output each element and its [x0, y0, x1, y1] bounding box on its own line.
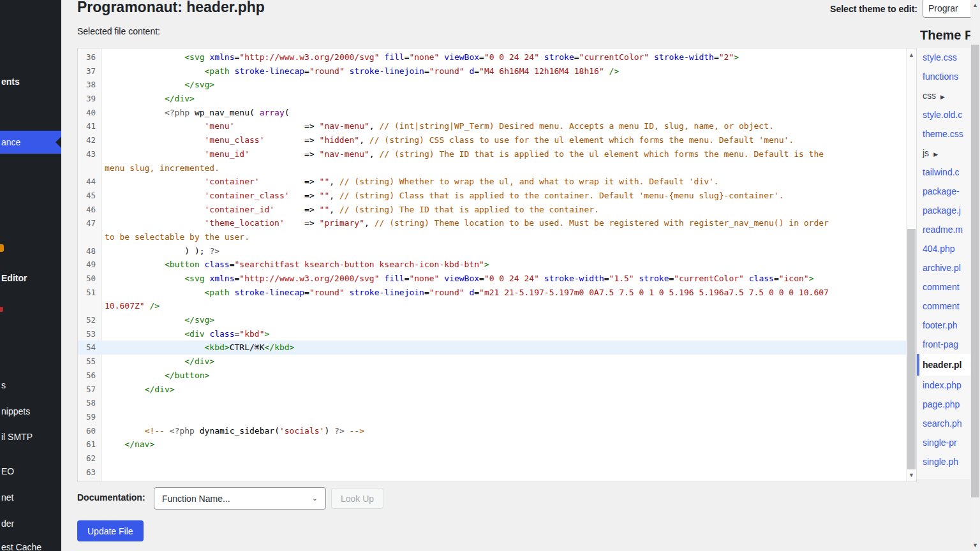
code-text: 'menu' => "nav-menu", // (int|string|WP_…: [102, 119, 774, 133]
code-text: menu slug, incremented.: [102, 161, 219, 175]
line-number: [78, 230, 102, 244]
theme-file-comment[interactable]: comment: [917, 297, 970, 316]
sidebar-item-nippets[interactable]: nippets: [1, 406, 30, 416]
code-line[interactable]: 10.607Z" />: [78, 299, 906, 313]
theme-file-package-[interactable]: package-: [917, 182, 970, 201]
code-text: to be selectable by the user.: [102, 230, 249, 244]
folder-caret-icon: ▶: [940, 94, 945, 100]
theme-file-header-pl[interactable]: header.pl: [917, 354, 970, 376]
theme-file-style-old-c[interactable]: style.old.c: [917, 105, 970, 124]
theme-file-single-pr[interactable]: single-pr: [917, 433, 970, 452]
page-title: Programonaut: header.php: [77, 0, 265, 16]
code-line[interactable]: 57 </div>: [78, 383, 906, 397]
theme-folder-css[interactable]: css▶: [917, 86, 970, 105]
code-line[interactable]: 52 </svg>: [78, 313, 906, 327]
code-text: 10.607Z" />: [102, 299, 160, 313]
code-text: </div>: [102, 383, 175, 397]
theme-file-readme-m[interactable]: readme.m: [917, 220, 970, 239]
code-line[interactable]: 38 </svg>: [78, 78, 906, 92]
code-line[interactable]: 55 </div>: [78, 355, 906, 369]
documentation-select[interactable]: Function Name... ⌄: [154, 487, 326, 510]
theme-file-functions[interactable]: functions: [917, 67, 970, 86]
theme-file-footer-ph[interactable]: footer.ph: [917, 316, 970, 335]
sidebar-item-eo[interactable]: EO: [1, 466, 14, 476]
page-scrollbar-thumb[interactable]: [971, 45, 979, 497]
sidebar-item-net[interactable]: net: [1, 492, 13, 503]
line-number: 57: [78, 383, 102, 397]
code-line[interactable]: 60 <!-- <?php dynamic_sidebar('socials')…: [78, 424, 906, 438]
theme-file-single-ph[interactable]: single.ph: [917, 452, 970, 471]
code-line[interactable]: 51 <path stroke-linecap="round" stroke-l…: [78, 286, 906, 300]
code-line[interactable]: 56 </button>: [78, 369, 906, 383]
theme-file-tailwind-c[interactable]: tailwind.c: [917, 163, 970, 182]
theme-file-404-php[interactable]: 404.php: [917, 239, 970, 258]
editor-scrollbar[interactable]: ▲ ▼: [906, 48, 916, 481]
code-line[interactable]: 37 <path stroke-linecap="round" stroke-l…: [78, 64, 906, 78]
code-text: </svg>: [102, 78, 214, 92]
page-scrollbar[interactable]: ▲ ▼: [970, 0, 980, 551]
code-text: <div class="kbd">: [102, 327, 269, 341]
code-text: <svg xmlns="http://www.w3.org/2000/svg" …: [102, 272, 814, 286]
code-line[interactable]: 39 </div>: [78, 92, 906, 106]
editor-scroll-up-icon[interactable]: ▲: [907, 50, 916, 60]
code-line[interactable]: 63: [78, 466, 906, 480]
theme-file-comment[interactable]: comment: [917, 277, 970, 297]
line-number: 55: [78, 355, 102, 369]
line-number: 44: [78, 175, 102, 189]
code-line[interactable]: 50 <svg xmlns="http://www.w3.org/2000/sv…: [78, 272, 906, 286]
sidebar-item-ents[interactable]: ents: [1, 77, 20, 87]
code-line[interactable]: to be selectable by the user.: [78, 230, 906, 244]
code-text: 'container' => "", // (string) Whether t…: [102, 175, 719, 189]
code-line[interactable]: 40 <?php wp_nav_menu( array(: [78, 106, 906, 120]
page-scroll-down-icon[interactable]: ▼: [970, 541, 980, 550]
code-line[interactable]: 53 <div class="kbd">: [78, 327, 906, 341]
theme-file-page-php[interactable]: page.php: [917, 395, 970, 414]
code-line-active[interactable]: 54 <kbd>CTRL/⌘K</kbd>: [78, 341, 906, 355]
line-number: 63: [78, 466, 102, 480]
theme-file-style-css[interactable]: style.css: [917, 48, 970, 67]
sidebar-item-ance[interactable]: ance: [0, 131, 61, 154]
theme-file-theme-css[interactable]: theme.css: [917, 124, 970, 143]
code-line[interactable]: 58: [78, 396, 906, 410]
code-line[interactable]: 45 'container_class' => "", // (string) …: [78, 189, 906, 203]
line-number: [78, 161, 102, 175]
sidebar-item-s[interactable]: s: [1, 380, 6, 390]
code-line[interactable]: 61 </nav>: [78, 437, 906, 452]
code-line[interactable]: 42 'menu_class' => "hidden", // (string)…: [78, 133, 906, 147]
code-line[interactable]: 59: [78, 410, 906, 424]
code-line[interactable]: 48 ) ); ?>: [78, 244, 906, 258]
theme-file-archive-pl[interactable]: archive.pl: [917, 258, 970, 277]
lookup-button[interactable]: Look Up: [331, 488, 383, 509]
line-number: 59: [78, 410, 102, 424]
theme-file-front-pag[interactable]: front-pag: [917, 335, 970, 354]
code-text: <?php wp_nav_menu( array(: [102, 106, 290, 120]
code-line[interactable]: 41 'menu' => "nav-menu", // (int|string|…: [78, 119, 906, 133]
code-line[interactable]: menu slug, incremented.: [78, 161, 906, 175]
sidebar-item-editor[interactable]: Editor: [1, 273, 27, 283]
page-scroll-up-icon[interactable]: ▲: [970, 1, 980, 10]
documentation-label: Documentation:: [77, 492, 145, 503]
line-number: 51: [78, 286, 102, 300]
sidebar-item-est-cache[interactable]: est Cache: [1, 542, 41, 551]
editor-scrollbar-thumb[interactable]: [907, 229, 916, 469]
code-line[interactable]: 62: [78, 452, 906, 466]
code-line[interactable]: 44 'container' => "", // (string) Whethe…: [78, 175, 906, 189]
code-line[interactable]: 36 <svg xmlns="http://www.w3.org/2000/sv…: [78, 50, 906, 64]
theme-file-search-ph[interactable]: search.ph: [917, 414, 970, 433]
code-line[interactable]: 47 'theme_location' => "primary", // (st…: [78, 216, 906, 230]
code-text: 'container_class' => "", // (string) Cla…: [102, 189, 783, 203]
code-line[interactable]: 46 'container_id' => "", // (string) The…: [78, 203, 906, 217]
line-number: 47: [78, 216, 102, 230]
code-line[interactable]: 49 <button class="searchitfast ksearch-b…: [78, 258, 906, 272]
editor-scroll-down-icon[interactable]: ▼: [907, 470, 916, 480]
sidebar-item-der[interactable]: der: [1, 518, 14, 529]
line-number: 60: [78, 424, 102, 438]
code-line[interactable]: 43 'menu_id' => "nav-menu", // (string) …: [78, 147, 906, 161]
theme-file-package-j[interactable]: package.j: [917, 201, 970, 220]
theme-folder-js[interactable]: js▶: [917, 143, 970, 163]
update-file-button[interactable]: Update File: [77, 520, 144, 541]
code-editor[interactable]: 36 <svg xmlns="http://www.w3.org/2000/sv…: [77, 48, 917, 482]
theme-files-heading: Theme F: [920, 28, 972, 43]
sidebar-item-il-smtp[interactable]: il SMTP: [1, 432, 33, 442]
theme-file-index-php[interactable]: index.php: [917, 376, 970, 395]
